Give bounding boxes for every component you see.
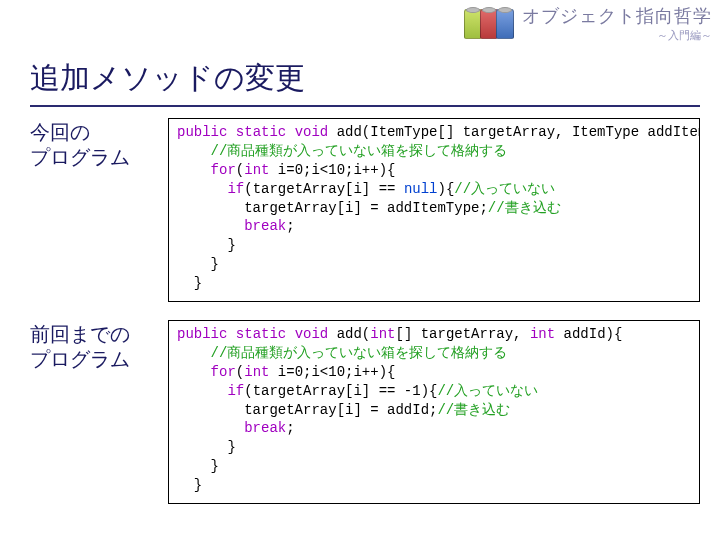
can-icon: [496, 9, 514, 39]
header-text-block: オブジェクト指向哲学 ～入門編～: [522, 4, 712, 43]
code-block-previous: 前回までのプログラム public static void add(int[] …: [30, 320, 700, 504]
slide-header: オブジェクト指向哲学 ～入門編～: [464, 4, 712, 43]
code-block-current: 今回のプログラム public static void add(ItemType…: [30, 118, 700, 302]
code-box-previous: public static void add(int[] targetArray…: [168, 320, 700, 504]
block-label-previous: 前回までのプログラム: [30, 320, 162, 372]
header-subtitle: ～入門編～: [522, 28, 712, 43]
block-label-current: 今回のプログラム: [30, 118, 162, 170]
code-box-current: public static void add(ItemType[] target…: [168, 118, 700, 302]
header-title: オブジェクト指向哲学: [522, 4, 712, 28]
slide-title: 追加メソッドの変更: [30, 58, 700, 107]
cans-illustration: [464, 9, 514, 39]
